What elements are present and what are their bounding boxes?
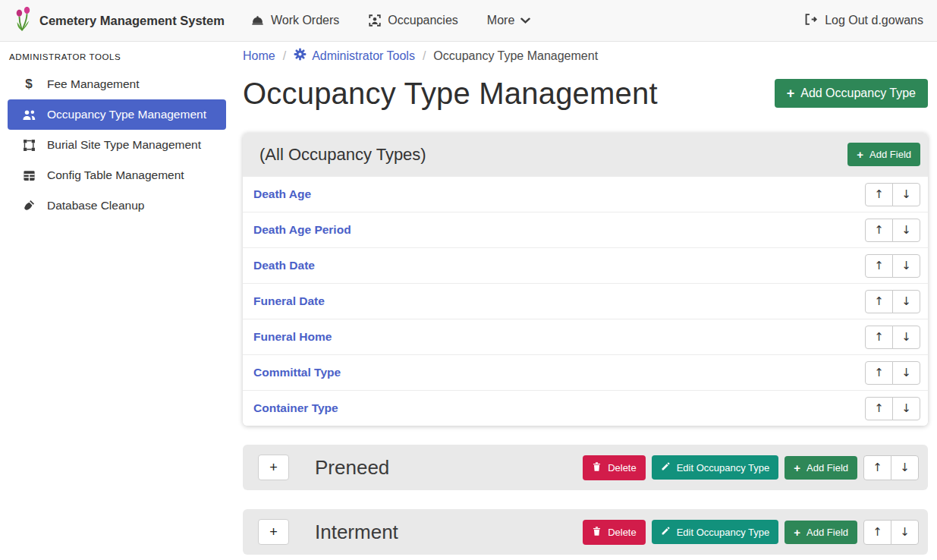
person-frame-icon [368,14,382,27]
move-down-button[interactable]: ↓ [891,520,919,545]
reorder-buttons: ↑ ↓ [865,219,920,242]
move-down-button[interactable]: ↓ [892,397,920,420]
reorder-buttons: ↑ ↓ [865,254,920,278]
logout-label: Log Out d.gowans [825,14,923,27]
nav-label: More [487,14,514,27]
field-link-death-age[interactable]: Death Age [253,187,311,201]
page-title: Occupancy Type Management [243,74,658,112]
add-field-button[interactable]: + Add Field [847,143,920,166]
sidebar-item-burial-site-type-management[interactable]: Burial Site Type Management [8,130,226,160]
brand-title: Cemetery Management System [39,14,225,28]
nav-label: Occupancies [388,14,458,27]
field-row: Death Date ↑ ↓ [243,247,928,283]
sidebar-item-fee-management[interactable]: $ Fee Management [8,69,226,99]
move-down-button[interactable]: ↓ [892,326,920,349]
field-row: Death Age Period ↑ ↓ [243,212,928,247]
button-label: Delete [608,527,637,538]
button-label: Delete [608,462,637,473]
button-label: Edit Occupancy Type [677,527,770,538]
dollar-icon: $ [21,77,36,92]
section-preneed: + Preneed Delete [243,445,928,490]
main-content: Home / Administrator Tools / Occupancy T… [243,42,928,555]
hard-hat-icon [250,14,265,28]
all-occupancy-types-card: (All Occupancy Types) + Add Field Death … [243,133,928,426]
frame-icon [21,139,36,152]
add-field-button[interactable]: + Add Field [785,456,857,480]
field-row: Funeral Home ↑ ↓ [243,319,928,354]
chevron-down-icon [520,17,530,24]
field-row: Death Age ↑ ↓ [243,176,928,212]
button-label: Add Occupancy Type [800,87,916,100]
title-row: Occupancy Type Management + Add Occupanc… [243,74,928,112]
nav-item-occupancies[interactable]: Occupancies [368,14,458,27]
move-up-button[interactable]: ↑ [865,183,893,206]
breadcrumb-admin-tools-link[interactable]: Administrator Tools [294,48,415,64]
card-header: (All Occupancy Types) + Add Field [243,133,928,176]
move-up-button[interactable]: ↑ [865,397,893,420]
section-title: Interment [315,521,398,544]
move-down-button[interactable]: ↓ [892,183,920,206]
move-down-button[interactable]: ↓ [892,254,920,278]
button-label: Add Field [807,527,848,538]
broom-icon [21,199,36,212]
move-up-button[interactable]: ↑ [863,520,891,545]
sidebar-item-config-table-management[interactable]: Config Table Management [8,160,226,190]
expand-button[interactable]: + [258,519,289,545]
move-down-button[interactable]: ↓ [891,455,919,480]
reorder-buttons: ↑ ↓ [863,455,919,480]
sidebar-item-label: Config Table Management [47,168,184,182]
button-label: Add Field [807,462,848,473]
field-link-death-age-period[interactable]: Death Age Period [253,223,351,237]
breadcrumb-separator: / [283,49,286,63]
move-down-button[interactable]: ↓ [892,290,920,313]
sidebar-item-label: Occupancy Type Management [47,108,206,121]
plus-icon: + [787,87,795,100]
sidebar-item-database-cleanup[interactable]: Database Cleanup [8,190,226,221]
reorder-buttons: ↑ ↓ [863,520,919,545]
logout-button[interactable]: Log Out d.gowans [803,12,923,30]
section-actions: Delete Edit Occupancy Type + Add Field ↑… [583,455,919,480]
field-link-funeral-date[interactable]: Funeral Date [253,294,325,308]
nav-item-work-orders[interactable]: Work Orders [250,14,339,28]
move-up-button[interactable]: ↑ [863,455,891,480]
app-brand[interactable]: Cemetery Management System [14,7,225,35]
reorder-buttons: ↑ ↓ [865,326,920,349]
expand-button[interactable]: + [258,455,289,480]
reorder-buttons: ↑ ↓ [865,361,920,385]
field-link-funeral-home[interactable]: Funeral Home [253,330,332,344]
move-up-button[interactable]: ↑ [865,254,893,278]
move-up-button[interactable]: ↑ [865,361,893,385]
add-field-button[interactable]: + Add Field [785,521,857,544]
sidebar-header: ADMINISTRATOR TOOLS [0,42,235,69]
field-link-committal-type[interactable]: Committal Type [253,366,341,379]
field-row: Funeral Date ↑ ↓ [243,283,928,319]
gear-icon [294,48,307,64]
move-up-button[interactable]: ↑ [865,219,893,242]
pencil-icon [661,461,671,473]
plus-icon: + [794,462,800,473]
nav-item-more[interactable]: More [487,14,530,27]
sidebar-item-occupancy-type-management[interactable]: Occupancy Type Management [8,99,226,130]
reorder-buttons: ↑ ↓ [865,397,920,420]
add-occupancy-type-button[interactable]: + Add Occupancy Type [775,79,928,108]
top-navbar: Cemetery Management System Work Orders [0,0,937,42]
breadcrumb-current: Occupancy Type Management [433,49,598,63]
field-link-death-date[interactable]: Death Date [253,259,315,272]
section-interment: + Interment Delete [243,509,928,555]
field-link-container-type[interactable]: Container Type [253,401,338,415]
navbar-links: Work Orders Occupancies More [250,14,530,28]
move-down-button[interactable]: ↓ [892,219,920,242]
edit-occupancy-type-button[interactable]: Edit Occupancy Type [652,455,779,480]
breadcrumb-home-link[interactable]: Home [243,49,275,63]
move-up-button[interactable]: ↑ [865,290,893,313]
move-down-button[interactable]: ↓ [892,361,920,385]
delete-button[interactable]: Delete [583,455,646,480]
delete-button[interactable]: Delete [583,520,646,545]
breadcrumb: Home / Administrator Tools / Occupancy T… [243,48,928,64]
edit-occupancy-type-button[interactable]: Edit Occupancy Type [652,520,779,544]
breadcrumb-label: Administrator Tools [312,49,415,63]
move-up-button[interactable]: ↑ [865,326,893,349]
sidebar-item-label: Database Cleanup [47,199,144,212]
section-title: Preneed [315,456,389,480]
nav-label: Work Orders [271,14,339,27]
